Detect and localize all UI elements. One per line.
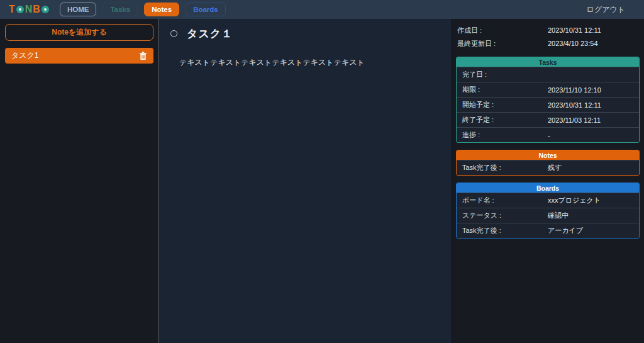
row-value: 2023/10/31 12:11 xyxy=(548,101,639,109)
row-label: ボード名 : xyxy=(457,196,548,205)
app-header: T N B HOME Tasks Notes Boards ログアウト xyxy=(0,0,644,19)
row-label: 完了日 : xyxy=(457,70,548,79)
row-value: - xyxy=(548,132,639,139)
notes-sidebar: Noteを追加する タスク1 xyxy=(0,19,159,343)
note-detail-main: タスク１ テキストテキストテキストテキストテキストテキスト xyxy=(159,19,451,343)
row-label: Task完了後 : xyxy=(457,163,548,172)
tasks-section-header: Tasks xyxy=(457,57,639,67)
row-label: 進捗 : xyxy=(457,130,548,140)
updated-date-value: 2023/4/10 23:54 xyxy=(548,40,640,47)
logout-button[interactable]: ログアウト xyxy=(587,4,625,15)
table-row: 終了予定 : 2023/11/03 12:11 xyxy=(457,112,639,127)
trash-icon[interactable] xyxy=(139,52,147,60)
note-body-text: テキストテキストテキストテキストテキストテキスト xyxy=(179,57,443,68)
table-row: 完了日 : xyxy=(457,67,639,82)
note-title: タスク１ xyxy=(187,26,233,41)
notes-section: Notes Task完了後 : 残す xyxy=(456,150,640,176)
row-label: Task完了後 : xyxy=(457,226,548,235)
table-row: ボード名 : xxxプロジェクト xyxy=(457,193,639,208)
notes-section-header: Notes xyxy=(457,150,639,160)
row-value: xxxプロジェクト xyxy=(548,196,639,205)
logo-letter-o-icon xyxy=(16,6,24,13)
logo-letter: B xyxy=(33,4,40,14)
table-row: 進捗 : - xyxy=(457,127,639,142)
logo-letter-o-icon xyxy=(42,6,49,13)
row-value: 残す xyxy=(548,163,639,172)
row-value: アーカイブ xyxy=(548,226,639,235)
status-circle-icon[interactable] xyxy=(170,30,177,37)
created-date-label: 作成日 : xyxy=(456,26,548,35)
updated-date-row: 最終更新日 : 2023/4/10 23:54 xyxy=(456,37,640,50)
row-label: ステータス : xyxy=(457,211,548,220)
row-value: 2023/11/03 12:11 xyxy=(548,116,639,124)
boards-section-header: Boards xyxy=(457,183,639,193)
logo-letter: T xyxy=(9,4,15,14)
row-value: 確認中 xyxy=(548,211,639,220)
table-row: 期限 : 2023/11/10 12:10 xyxy=(457,82,639,97)
tasks-section: Tasks 完了日 : 期限 : 2023/11/10 12:10 開始予定 :… xyxy=(456,57,640,143)
table-row: Task完了後 : アーカイブ xyxy=(457,223,639,238)
updated-date-label: 最終更新日 : xyxy=(456,39,548,48)
table-row: Task完了後 : 残す xyxy=(457,160,639,175)
main-nav: HOME Tasks Notes Boards xyxy=(60,3,226,16)
row-value: 2023/11/10 12:10 xyxy=(548,86,639,94)
nav-boards-button[interactable]: Boards xyxy=(186,3,226,16)
table-row: 開始予定 : 2023/10/31 12:11 xyxy=(457,97,639,112)
detail-panel: 作成日 : 2023/10/31 12:11 最終更新日 : 2023/4/10… xyxy=(451,19,644,343)
row-label: 期限 : xyxy=(457,85,548,94)
add-note-button[interactable]: Noteを追加する xyxy=(5,24,153,41)
nav-notes-button[interactable]: Notes xyxy=(144,3,179,16)
logo-letter: N xyxy=(25,4,33,14)
table-row: ステータス : 確認中 xyxy=(457,208,639,223)
row-label: 終了予定 : xyxy=(457,115,548,125)
nav-tasks-button[interactable]: Tasks xyxy=(103,3,138,16)
created-date-row: 作成日 : 2023/10/31 12:11 xyxy=(456,24,640,37)
created-date-value: 2023/10/31 12:11 xyxy=(548,26,640,34)
note-list-item[interactable]: タスク1 xyxy=(5,48,153,64)
row-label: 開始予定 : xyxy=(457,100,548,110)
app-logo[interactable]: T N B xyxy=(9,4,50,14)
note-item-label: タスク1 xyxy=(11,50,39,61)
nav-home-button[interactable]: HOME xyxy=(60,3,97,16)
boards-section: Boards ボード名 : xxxプロジェクト ステータス : 確認中 Task… xyxy=(456,183,640,239)
